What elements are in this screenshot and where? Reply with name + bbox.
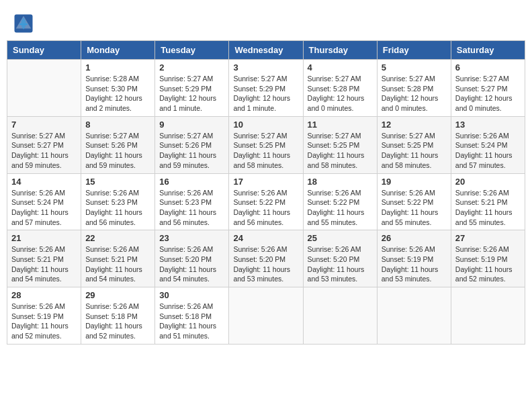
calendar-week-row: 1Sunrise: 5:28 AM Sunset: 5:30 PM Daylig… xyxy=(7,60,525,117)
day-info: Sunrise: 5:26 AM Sunset: 5:19 PM Dayligh… xyxy=(11,302,77,341)
day-info: Sunrise: 5:26 AM Sunset: 5:19 PM Dayligh… xyxy=(382,244,447,284)
day-info: Sunrise: 5:27 AM Sunset: 5:25 PM Dayligh… xyxy=(382,131,447,171)
day-number: 19 xyxy=(382,177,447,187)
day-info: Sunrise: 5:28 AM Sunset: 5:30 PM Dayligh… xyxy=(85,74,150,113)
day-info: Sunrise: 5:26 AM Sunset: 5:23 PM Dayligh… xyxy=(85,188,150,228)
day-info: Sunrise: 5:26 AM Sunset: 5:21 PM Dayligh… xyxy=(455,188,521,228)
calendar-table: Sunday Monday Tuesday Wednesday Thursday… xyxy=(7,40,525,345)
day-number: 15 xyxy=(85,177,150,187)
day-number: 21 xyxy=(11,233,77,243)
table-row xyxy=(303,287,377,345)
day-info: Sunrise: 5:26 AM Sunset: 5:20 PM Dayligh… xyxy=(159,244,224,284)
table-row: 25Sunrise: 5:26 AM Sunset: 5:20 PM Dayli… xyxy=(303,230,377,287)
day-number: 30 xyxy=(159,290,224,300)
table-row: 18Sunrise: 5:26 AM Sunset: 5:22 PM Dayli… xyxy=(303,173,377,230)
table-row: 21Sunrise: 5:26 AM Sunset: 5:21 PM Dayli… xyxy=(7,230,81,287)
table-row: 8Sunrise: 5:27 AM Sunset: 5:26 PM Daylig… xyxy=(81,116,155,173)
table-row: 24Sunrise: 5:26 AM Sunset: 5:20 PM Dayli… xyxy=(229,230,303,287)
header-thursday: Thursday xyxy=(303,41,377,60)
table-row: 1Sunrise: 5:28 AM Sunset: 5:30 PM Daylig… xyxy=(81,60,155,117)
table-row: 30Sunrise: 5:26 AM Sunset: 5:18 PM Dayli… xyxy=(155,287,229,345)
day-number: 4 xyxy=(308,62,373,73)
table-row xyxy=(451,287,525,345)
day-info: Sunrise: 5:26 AM Sunset: 5:19 PM Dayligh… xyxy=(455,244,521,284)
day-number: 20 xyxy=(455,177,521,187)
table-row: 6Sunrise: 5:27 AM Sunset: 5:27 PM Daylig… xyxy=(451,60,525,117)
table-row: 27Sunrise: 5:26 AM Sunset: 5:19 PM Dayli… xyxy=(451,230,525,287)
table-row xyxy=(229,287,303,345)
day-info: Sunrise: 5:26 AM Sunset: 5:22 PM Dayligh… xyxy=(308,188,373,228)
day-number: 24 xyxy=(233,233,298,243)
day-number: 17 xyxy=(233,177,298,187)
table-row: 7Sunrise: 5:27 AM Sunset: 5:27 PM Daylig… xyxy=(7,116,81,173)
table-row: 14Sunrise: 5:26 AM Sunset: 5:24 PM Dayli… xyxy=(7,173,81,230)
logo xyxy=(13,13,35,34)
table-row: 11Sunrise: 5:27 AM Sunset: 5:25 PM Dayli… xyxy=(303,116,377,173)
day-info: Sunrise: 5:26 AM Sunset: 5:22 PM Dayligh… xyxy=(233,188,298,228)
header-friday: Friday xyxy=(377,41,451,60)
table-row: 22Sunrise: 5:26 AM Sunset: 5:21 PM Dayli… xyxy=(81,230,155,287)
day-number: 10 xyxy=(233,120,298,130)
table-row: 26Sunrise: 5:26 AM Sunset: 5:19 PM Dayli… xyxy=(377,230,451,287)
table-row: 9Sunrise: 5:27 AM Sunset: 5:26 PM Daylig… xyxy=(155,116,229,173)
day-info: Sunrise: 5:27 AM Sunset: 5:26 PM Dayligh… xyxy=(159,131,224,171)
day-info: Sunrise: 5:27 AM Sunset: 5:25 PM Dayligh… xyxy=(308,131,373,171)
calendar-week-row: 21Sunrise: 5:26 AM Sunset: 5:21 PM Dayli… xyxy=(7,230,525,287)
table-row: 29Sunrise: 5:26 AM Sunset: 5:18 PM Dayli… xyxy=(81,287,155,345)
header-saturday: Saturday xyxy=(451,41,525,60)
day-info: Sunrise: 5:27 AM Sunset: 5:28 PM Dayligh… xyxy=(308,74,373,113)
day-number: 3 xyxy=(233,62,298,73)
table-row: 5Sunrise: 5:27 AM Sunset: 5:28 PM Daylig… xyxy=(377,60,451,117)
day-info: Sunrise: 5:27 AM Sunset: 5:27 PM Dayligh… xyxy=(11,131,77,171)
day-number: 1 xyxy=(85,62,150,73)
table-row: 19Sunrise: 5:26 AM Sunset: 5:22 PM Dayli… xyxy=(377,173,451,230)
day-info: Sunrise: 5:26 AM Sunset: 5:18 PM Dayligh… xyxy=(85,302,150,341)
day-number: 27 xyxy=(455,233,521,243)
table-row xyxy=(7,60,81,117)
day-number: 25 xyxy=(308,233,373,243)
day-number: 2 xyxy=(159,62,224,73)
day-info: Sunrise: 5:26 AM Sunset: 5:23 PM Dayligh… xyxy=(159,188,224,228)
calendar-week-row: 28Sunrise: 5:26 AM Sunset: 5:19 PM Dayli… xyxy=(7,287,525,345)
table-row: 12Sunrise: 5:27 AM Sunset: 5:25 PM Dayli… xyxy=(377,116,451,173)
day-number: 9 xyxy=(159,120,224,130)
table-row: 2Sunrise: 5:27 AM Sunset: 5:29 PM Daylig… xyxy=(155,60,229,117)
day-info: Sunrise: 5:27 AM Sunset: 5:29 PM Dayligh… xyxy=(233,74,298,113)
calendar-header-row: Sunday Monday Tuesday Wednesday Thursday… xyxy=(7,41,525,60)
day-info: Sunrise: 5:26 AM Sunset: 5:20 PM Dayligh… xyxy=(308,244,373,284)
day-info: Sunrise: 5:26 AM Sunset: 5:21 PM Dayligh… xyxy=(85,244,150,284)
calendar-week-row: 14Sunrise: 5:26 AM Sunset: 5:24 PM Dayli… xyxy=(7,173,525,230)
table-row: 3Sunrise: 5:27 AM Sunset: 5:29 PM Daylig… xyxy=(229,60,303,117)
day-number: 23 xyxy=(159,233,224,243)
day-number: 14 xyxy=(11,177,77,187)
day-number: 12 xyxy=(382,120,447,130)
day-info: Sunrise: 5:26 AM Sunset: 5:20 PM Dayligh… xyxy=(233,244,298,284)
day-number: 13 xyxy=(455,120,521,130)
day-info: Sunrise: 5:27 AM Sunset: 5:25 PM Dayligh… xyxy=(233,131,298,171)
table-row: 17Sunrise: 5:26 AM Sunset: 5:22 PM Dayli… xyxy=(229,173,303,230)
day-info: Sunrise: 5:27 AM Sunset: 5:27 PM Dayligh… xyxy=(455,74,521,113)
calendar-week-row: 7Sunrise: 5:27 AM Sunset: 5:27 PM Daylig… xyxy=(7,116,525,173)
day-number: 16 xyxy=(159,177,224,187)
header-sunday: Sunday xyxy=(7,41,81,60)
day-number: 28 xyxy=(11,290,77,300)
day-number: 26 xyxy=(382,233,447,243)
day-number: 11 xyxy=(308,120,373,130)
day-info: Sunrise: 5:27 AM Sunset: 5:29 PM Dayligh… xyxy=(159,74,224,113)
day-info: Sunrise: 5:26 AM Sunset: 5:18 PM Dayligh… xyxy=(159,302,224,341)
day-number: 6 xyxy=(455,62,521,73)
table-row: 10Sunrise: 5:27 AM Sunset: 5:25 PM Dayli… xyxy=(229,116,303,173)
page-header xyxy=(7,7,525,37)
table-row: 4Sunrise: 5:27 AM Sunset: 5:28 PM Daylig… xyxy=(303,60,377,117)
header-wednesday: Wednesday xyxy=(229,41,303,60)
day-info: Sunrise: 5:27 AM Sunset: 5:28 PM Dayligh… xyxy=(382,74,447,113)
day-info: Sunrise: 5:26 AM Sunset: 5:22 PM Dayligh… xyxy=(382,188,447,228)
table-row xyxy=(377,287,451,345)
day-number: 22 xyxy=(85,233,150,243)
day-info: Sunrise: 5:27 AM Sunset: 5:26 PM Dayligh… xyxy=(85,131,150,171)
table-row: 16Sunrise: 5:26 AM Sunset: 5:23 PM Dayli… xyxy=(155,173,229,230)
day-number: 8 xyxy=(85,120,150,130)
day-number: 29 xyxy=(85,290,150,300)
header-tuesday: Tuesday xyxy=(155,41,229,60)
table-row: 13Sunrise: 5:26 AM Sunset: 5:24 PM Dayli… xyxy=(451,116,525,173)
